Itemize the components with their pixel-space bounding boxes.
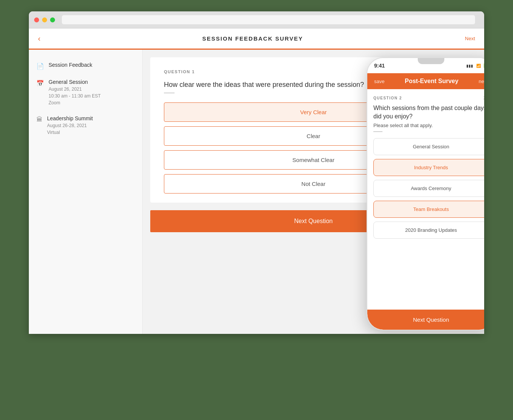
phone-question-meta: QUESTION 2 2/5 (373, 96, 484, 100)
battery-icon: 🔋 (482, 63, 484, 68)
sidebar-item-subtitle: August 26, 202110:30 am - 11:30 am ESTZo… (49, 86, 101, 106)
phone-mockup: 9:41 ▮▮▮ 📶 🔋 save Post-Event Survey next (367, 57, 484, 330)
building-icon: 🏛 (36, 116, 42, 123)
phone-option-industry-trends[interactable]: Industry Trends (373, 159, 484, 176)
phone-save-button[interactable]: save (374, 79, 384, 84)
url-bar[interactable] (62, 15, 475, 24)
sidebar-item-subtitle: August 26-28, 2021Virtual (47, 122, 93, 136)
browser-titlebar (29, 11, 484, 28)
sidebar-item-leadership-summit[interactable]: 🏛 Leadership Summit August 26-28, 2021Vi… (29, 111, 142, 140)
sidebar-item-title: Session Feedback (49, 62, 92, 68)
phone-body: QUESTION 2 2/5 Which sessions from the p… (367, 89, 484, 245)
phone-divider (373, 131, 382, 132)
phone-next-button[interactable]: next (478, 79, 484, 84)
close-dot[interactable] (34, 17, 39, 22)
phone-next-question-button[interactable]: Next Question (367, 310, 484, 330)
phone-question-label: QUESTION 2 (373, 96, 402, 100)
phone-option-team-breakouts[interactable]: Team Breakouts (373, 201, 484, 218)
phone-time: 9:41 (374, 63, 385, 69)
app-body: 📄 Session Feedback 📅 General Session Aug… (29, 50, 484, 334)
phone-survey-title: Post-Event Survey (405, 78, 458, 85)
sidebar-item-title: Leadership Summit (47, 115, 93, 121)
page-title: SESSION FEEDBACK SURVEY (202, 35, 303, 42)
phone-header: save Post-Event Survey next (367, 73, 484, 89)
phone-option-awards-ceremony[interactable]: Awards Ceremony (373, 180, 484, 197)
phone-question-progress: 2/5 (483, 96, 484, 100)
phone-option-branding-updates[interactable]: 2020 Branding Updates (373, 222, 484, 239)
wifi-icon: 📶 (476, 64, 481, 68)
phone-question-text: Which sessions from the past couple days… (373, 104, 484, 121)
maximize-dot[interactable] (50, 17, 55, 22)
calendar-icon: 📅 (36, 80, 44, 87)
main-panel: QUESTION 1 1/4 How clear were the ideas … (143, 50, 484, 334)
phone-option-general-session[interactable]: General Session (373, 138, 484, 155)
phone-answer-options: General Session Industry Trends Awards C… (373, 138, 484, 239)
next-button[interactable]: Next (465, 36, 475, 41)
minimize-dot[interactable] (42, 17, 47, 22)
document-icon: 📄 (36, 63, 44, 70)
question-divider (164, 93, 175, 93)
sidebar-item-title: General Session (49, 79, 101, 85)
sidebar: 📄 Session Feedback 📅 General Session Aug… (29, 50, 143, 334)
question-label: QUESTION 1 (164, 69, 195, 74)
phone-question-subtitle: Please select all that apply. (373, 123, 484, 128)
phone-status-icons: ▮▮▮ 📶 🔋 (466, 63, 484, 68)
app-header: ‹ SESSION FEEDBACK SURVEY Next (29, 28, 484, 50)
sidebar-item-general-session[interactable]: 📅 General Session August 26, 202110:30 a… (29, 74, 142, 111)
back-button[interactable]: ‹ (38, 34, 41, 43)
phone-notch-bar (418, 58, 444, 64)
signal-icon: ▮▮▮ (466, 64, 473, 68)
sidebar-item-session-feedback[interactable]: 📄 Session Feedback (29, 57, 142, 74)
